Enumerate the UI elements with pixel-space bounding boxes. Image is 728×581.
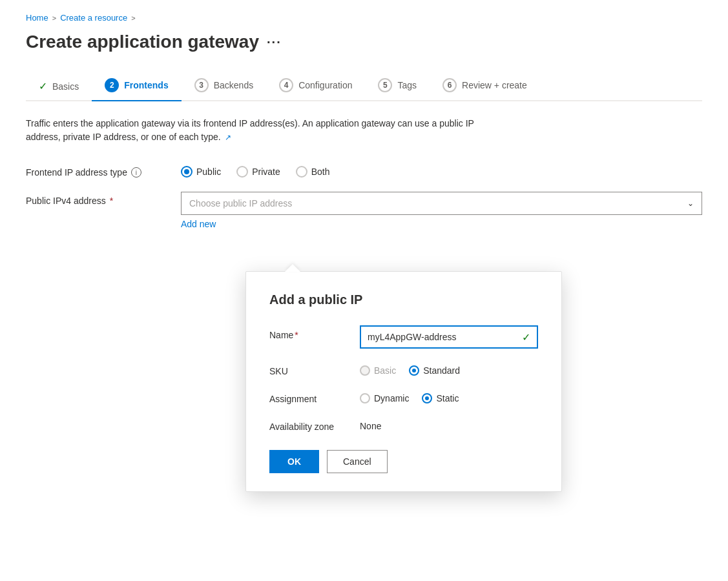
dialog-name-input[interactable]: [368, 332, 518, 342]
dialog-sku-row: SKU Basic Standard: [269, 362, 538, 376]
tab-configuration[interactable]: 4 Configuration: [266, 72, 365, 101]
dialog-buttons: OK Cancel: [269, 450, 538, 473]
name-valid-check-icon: ✓: [522, 331, 530, 343]
dialog-assignment-radio-group: Dynamic Static: [360, 389, 459, 403]
sku-radio-standard[interactable]: Standard: [409, 365, 460, 376]
public-ipv4-row: Public IPv4 address * Choose public IP a…: [26, 192, 702, 229]
breadcrumb-sep1: >: [52, 14, 56, 22]
dialog-sku-label-text: SKU: [269, 366, 288, 376]
radio-circle-public: [181, 166, 192, 178]
dialog-name-label: Name*: [269, 325, 347, 340]
public-ipv4-label-text: Public IPv4 address: [26, 196, 106, 206]
sku-radio-circle-standard: [409, 365, 419, 376]
dialog-assignment-row: Assignment Dynamic Static: [269, 389, 538, 404]
tab-review-create-label: Review + create: [462, 80, 527, 90]
radio-label-private: Private: [252, 167, 280, 177]
dialog-name-label-text: Name: [269, 330, 293, 340]
public-ipv4-label: Public IPv4 address *: [26, 192, 168, 206]
wizard-tabs: ✓ Basics 2 Frontends 3 Backends 4 Config…: [26, 72, 702, 101]
radio-label-both: Both: [311, 167, 330, 177]
assignment-radio-static[interactable]: Static: [422, 393, 459, 403]
radio-circle-both: [296, 166, 307, 178]
page-title: Create application gateway: [26, 32, 259, 52]
chevron-down-icon: ⌄: [687, 199, 694, 208]
dialog-availability-zone-label-text: Availability zone: [269, 422, 334, 432]
assignment-radio-dynamic[interactable]: Dynamic: [360, 393, 409, 403]
tab-frontends-badge: 2: [105, 78, 119, 92]
dialog-availability-zone-value: None: [360, 417, 381, 431]
more-options-button[interactable]: ···: [267, 35, 282, 50]
dialog-availability-zone-row: Availability zone None: [269, 417, 538, 432]
tab-basics-label: Basics: [52, 81, 79, 92]
dialog-name-required: *: [295, 330, 298, 340]
assignment-radio-label-static: Static: [436, 393, 459, 403]
tab-frontends[interactable]: 2 Frontends: [92, 72, 181, 101]
add-public-ip-dialog: Add a public IP Name* ✓ SKU Basic: [245, 271, 562, 492]
radio-label-public: Public: [196, 167, 221, 177]
frontend-ip-label-text: Frontend IP address type: [26, 167, 127, 178]
breadcrumb-create-resource[interactable]: Create a resource: [60, 13, 127, 23]
external-link-icon: ↗: [225, 133, 231, 142]
tab-frontends-label: Frontends: [124, 80, 168, 90]
public-ipv4-control: Choose public IP address ⌄ Add new: [181, 192, 702, 229]
page-title-area: Create application gateway ···: [26, 32, 702, 52]
description-external-link[interactable]: ↗: [224, 132, 231, 142]
assignment-radio-circle-dynamic: [360, 393, 370, 403]
assignment-radio-circle-static: [422, 393, 432, 403]
tab-basics[interactable]: ✓ Basics: [26, 74, 92, 101]
tab-backends[interactable]: 3 Backends: [182, 72, 266, 101]
frontend-ip-type-row: Frontend IP address type i Public Privat…: [26, 163, 702, 178]
tab-tags[interactable]: 5 Tags: [365, 72, 430, 101]
tab-configuration-label: Configuration: [298, 80, 352, 90]
radio-circle-private: [236, 166, 248, 178]
sku-radio-label-basic: Basic: [374, 365, 396, 376]
dialog-ok-button[interactable]: OK: [269, 450, 319, 473]
description-text: Traffic enters the application gateway v…: [26, 118, 474, 142]
dialog-sku-label: SKU: [269, 362, 347, 376]
add-new-link[interactable]: Add new: [181, 219, 216, 229]
radio-option-public[interactable]: Public: [181, 166, 221, 178]
frontend-ip-radio-group: Public Private Both: [181, 163, 330, 178]
page-container: Home > Create a resource > Create applic…: [0, 0, 728, 581]
dialog-cancel-button[interactable]: Cancel: [327, 450, 388, 473]
tab-tags-badge: 5: [378, 78, 392, 92]
dialog-availability-zone-label: Availability zone: [269, 417, 347, 432]
dialog-sku-radio-group: Basic Standard: [360, 362, 460, 376]
sku-radio-basic[interactable]: Basic: [360, 365, 396, 376]
breadcrumb-home[interactable]: Home: [26, 13, 48, 23]
radio-option-both[interactable]: Both: [296, 166, 330, 178]
breadcrumb-sep2: >: [131, 14, 135, 22]
frontend-ip-label: Frontend IP address type i: [26, 163, 168, 178]
tab-configuration-badge: 4: [279, 78, 293, 92]
assignment-radio-label-dynamic: Dynamic: [374, 393, 409, 403]
tab-basics-check: ✓: [39, 80, 47, 92]
sku-radio-label-standard: Standard: [423, 365, 460, 376]
public-ipv4-placeholder: Choose public IP address: [189, 198, 292, 209]
breadcrumb: Home > Create a resource >: [26, 13, 702, 23]
dialog-title: Add a public IP: [269, 292, 538, 307]
sku-radio-circle-basic: [360, 365, 370, 376]
dialog-assignment-label: Assignment: [269, 389, 347, 404]
public-ipv4-dropdown[interactable]: Choose public IP address ⌄: [181, 192, 702, 215]
section-description: Traffic enters the application gateway v…: [26, 117, 510, 144]
tab-backends-label: Backends: [214, 80, 253, 90]
frontend-ip-info-icon[interactable]: i: [131, 167, 141, 178]
dialog-arrow: [285, 264, 300, 272]
dialog-assignment-label-text: Assignment: [269, 394, 317, 404]
dialog-name-row: Name* ✓: [269, 325, 538, 349]
tab-review-create[interactable]: 6 Review + create: [430, 72, 540, 101]
dialog-name-input-border: ✓: [360, 325, 538, 349]
tab-backends-badge: 3: [194, 78, 209, 92]
dialog-name-input-wrapper: ✓: [360, 325, 538, 349]
tab-review-create-badge: 6: [442, 78, 457, 92]
public-ipv4-required: *: [110, 196, 113, 206]
radio-option-private[interactable]: Private: [236, 166, 280, 178]
tab-tags-label: Tags: [397, 80, 417, 90]
